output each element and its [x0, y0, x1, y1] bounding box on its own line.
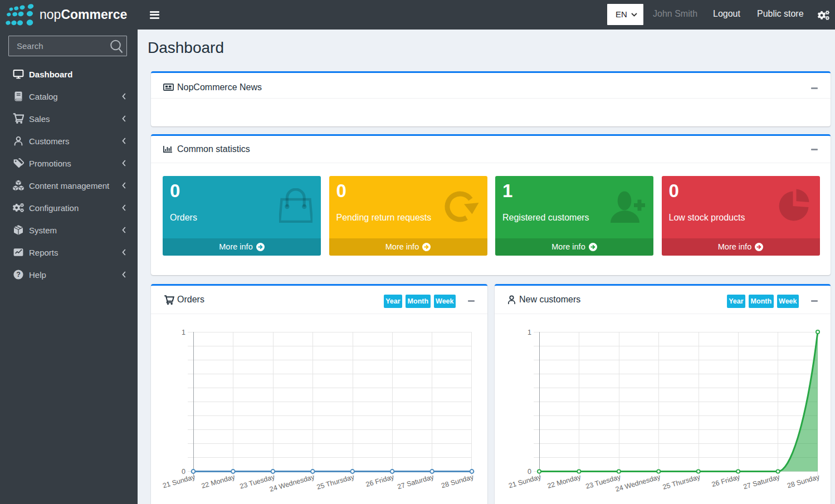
svg-text:28 Sunday: 28 Sunday: [441, 473, 475, 490]
svg-text:28 Sunday: 28 Sunday: [787, 473, 821, 490]
svg-text:0: 0: [182, 468, 185, 476]
svg-text:0: 0: [528, 468, 531, 476]
svg-text:21 Sunday: 21 Sunday: [162, 473, 197, 490]
svg-text:?: ?: [16, 271, 21, 278]
svg-text:22 Monday: 22 Monday: [201, 473, 236, 490]
svg-text:1: 1: [528, 329, 531, 336]
svg-text:1: 1: [182, 329, 185, 336]
svg-text:22 Monday: 22 Monday: [546, 473, 582, 490]
svg-text:25 Thursday: 25 Thursday: [662, 473, 701, 491]
svg-text:26 Friday: 26 Friday: [365, 473, 395, 488]
svg-text:26 Friday: 26 Friday: [711, 473, 741, 488]
svg-text:24 Wednesday: 24 Wednesday: [614, 473, 662, 493]
svg-text:27 Saturday: 27 Saturday: [397, 473, 435, 491]
svg-text:27 Saturday: 27 Saturday: [743, 473, 781, 491]
svg-text:24 Wednesday: 24 Wednesday: [268, 473, 316, 493]
svg-text:25 Thursday: 25 Thursday: [316, 473, 355, 491]
svg-text:21 Sunday: 21 Sunday: [508, 473, 543, 490]
